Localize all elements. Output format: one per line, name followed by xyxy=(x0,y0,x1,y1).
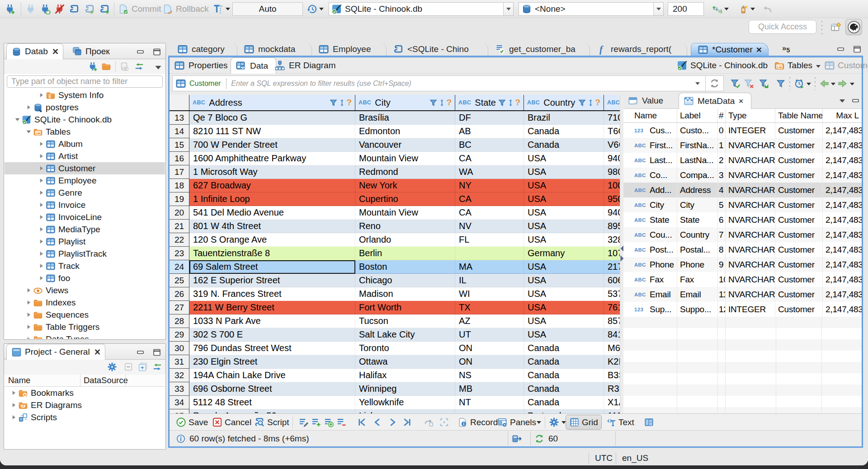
column-header-city[interactable]: ABC City ? xyxy=(355,95,455,110)
text-mode-icon[interactable] xyxy=(606,417,617,427)
grid-mode-label[interactable]: Grid xyxy=(582,414,598,431)
link-with-editor-icon[interactable] xyxy=(134,61,144,71)
minimize-icon[interactable] xyxy=(136,348,145,357)
breadcrumb-database[interactable]: SQLite - Chinook.db xyxy=(690,61,768,70)
sort-icon[interactable] xyxy=(587,99,594,107)
value-view-icon[interactable] xyxy=(644,417,654,427)
recent-sql-editor-icon[interactable] xyxy=(84,4,95,14)
editor-tab[interactable]: rewards_report( xyxy=(590,43,687,56)
column-header-state[interactable]: ABC State ? xyxy=(455,95,524,110)
tree-expand-arrow[interactable] xyxy=(38,239,44,244)
country-cell[interactable]: USA xyxy=(524,301,604,314)
rollback-button[interactable]: Rollback xyxy=(176,0,209,18)
editor-tab[interactable]: mockdata xyxy=(237,43,312,56)
state-cell[interactable]: MB xyxy=(455,382,524,396)
country-cell[interactable]: USA xyxy=(524,274,604,287)
tree-item[interactable]: Views xyxy=(5,284,165,296)
transaction-mode-icon[interactable] xyxy=(212,4,223,14)
address-cell[interactable]: 627 Broadway xyxy=(189,179,355,192)
metadata-row[interactable]: ABCPhone Phone 9 NVARCHAR Customer 2,147… xyxy=(623,257,862,272)
postalcode-cell[interactable]: 94040-111 xyxy=(604,206,620,220)
row-number-cell[interactable]: 23 xyxy=(170,247,189,260)
tree-expand-arrow[interactable] xyxy=(26,129,32,135)
postalcode-cell[interactable]: K2P 1L7 xyxy=(604,355,620,369)
row-header-corner[interactable] xyxy=(170,95,189,110)
new-folder-icon[interactable] xyxy=(101,61,111,71)
state-cell[interactable]: WA xyxy=(455,165,524,179)
address-cell[interactable]: 230 Elgin Street xyxy=(189,355,355,369)
row-number-cell[interactable]: 17 xyxy=(170,165,189,179)
breadcrumb-tables-caret[interactable] xyxy=(816,65,821,68)
tree-item[interactable]: PlaylistTrack xyxy=(5,248,165,260)
postalcode-cell[interactable]: 85719 xyxy=(604,314,620,328)
collapse-all-icon[interactable] xyxy=(119,61,129,71)
country-cell[interactable]: USA xyxy=(524,314,604,328)
filter-icon[interactable] xyxy=(429,98,438,108)
state-cell[interactable]: BC xyxy=(455,138,524,152)
country-cell[interactable]: USA xyxy=(524,287,604,301)
history-icon[interactable] xyxy=(307,4,317,14)
address-cell[interactable]: 162 E Superior Street xyxy=(189,274,355,287)
row-number-cell[interactable]: 31 xyxy=(170,355,189,369)
record-button[interactable]: Record xyxy=(470,414,498,431)
rollback-icon[interactable] xyxy=(162,4,173,14)
first-row-icon[interactable] xyxy=(357,417,367,427)
city-cell[interactable]: Fort Worth xyxy=(355,301,455,314)
tree-expand-arrow[interactable] xyxy=(38,141,44,147)
tree-expand-arrow[interactable] xyxy=(26,104,32,110)
tree-expand-arrow[interactable] xyxy=(26,336,32,339)
city-cell[interactable]: Reno xyxy=(355,220,455,233)
tree-item[interactable]: Genre xyxy=(5,187,165,199)
postalcode-cell[interactable]: 10012-2612 xyxy=(604,179,620,192)
minimize-icon[interactable] xyxy=(136,47,145,56)
connect-icon[interactable] xyxy=(25,4,36,14)
country-cell[interactable]: Canada xyxy=(524,355,604,369)
address-cell[interactable]: 801 W 4th Street xyxy=(189,220,355,233)
settings-gear-icon[interactable] xyxy=(107,362,117,372)
state-cell[interactable]: MA xyxy=(455,260,524,274)
postalcode-cell[interactable]: 10789 xyxy=(604,247,620,260)
column-header-country[interactable]: ABC Country ? xyxy=(524,95,604,110)
duplicate-row-icon[interactable] xyxy=(324,417,334,427)
postalcode-cell[interactable]: 94043-1351 xyxy=(604,152,620,165)
row-number-cell[interactable]: 33 xyxy=(170,382,189,396)
format-paint-icon[interactable] xyxy=(738,4,749,14)
close-icon[interactable]: × xyxy=(756,44,762,55)
row-number-cell[interactable]: 18 xyxy=(170,179,189,192)
sql-filter-input[interactable]: Customer Enter a SQL expression to filte… xyxy=(172,75,705,91)
filter-icon[interactable] xyxy=(497,98,507,108)
city-cell[interactable]: Vancouver xyxy=(355,138,455,152)
sort-icon[interactable] xyxy=(338,99,346,107)
minimize-icon[interactable] xyxy=(836,45,845,54)
tree-item[interactable]: Invoice xyxy=(5,199,165,211)
tree-item[interactable]: Track xyxy=(5,260,165,272)
address-cell[interactable]: 796 Dundas Street West xyxy=(189,342,355,355)
state-cell[interactable]: AZ xyxy=(455,314,524,328)
country-cell[interactable]: Germany xyxy=(524,247,604,260)
city-cell[interactable]: Brasília xyxy=(355,111,455,125)
country-cell[interactable]: USA xyxy=(524,220,604,233)
close-icon[interactable]: × xyxy=(94,346,100,358)
tree-item[interactable]: MediaType xyxy=(5,223,165,235)
city-cell[interactable]: Lisbon xyxy=(355,409,455,413)
tab-project-general[interactable]: Project - General × xyxy=(6,344,105,360)
state-cell[interactable]: TX xyxy=(455,301,524,314)
address-cell[interactable]: Tauentzienstraße 8 xyxy=(189,247,355,260)
breadcrumb-tables[interactable]: Tables xyxy=(788,61,812,70)
row-number-cell[interactable]: 13 xyxy=(170,111,189,125)
address-cell[interactable]: 1 Microsoft Way xyxy=(189,165,355,179)
tree-expand-arrow[interactable] xyxy=(38,92,44,98)
auto-sync-icon[interactable] xyxy=(712,4,722,14)
tree-expand-arrow[interactable] xyxy=(38,226,44,232)
city-cell[interactable]: Halifax xyxy=(355,369,455,382)
tree-item[interactable]: System Info xyxy=(5,89,165,101)
state-cell[interactable] xyxy=(455,409,524,413)
transaction-auto-combo[interactable]: Auto xyxy=(232,2,303,16)
city-cell[interactable]: Boston xyxy=(355,260,455,274)
city-cell[interactable]: Mountain View xyxy=(355,152,455,165)
state-cell[interactable]: ON xyxy=(455,342,524,355)
schema-dropdown-button[interactable] xyxy=(653,3,663,15)
postalcode-cell[interactable]: 71020-677 xyxy=(604,111,620,125)
country-cell[interactable]: USA xyxy=(524,179,604,192)
state-cell[interactable]: NV xyxy=(455,220,524,233)
